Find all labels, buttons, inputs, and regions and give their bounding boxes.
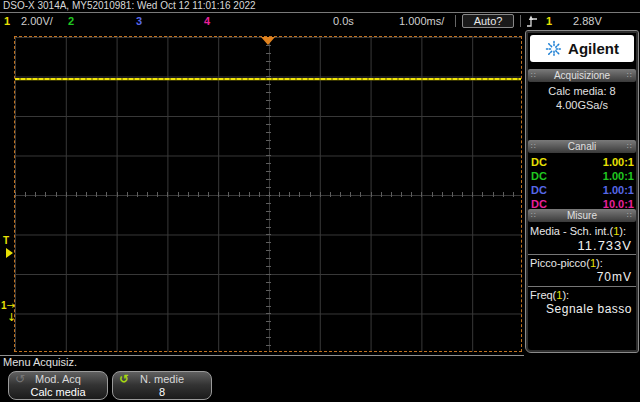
sidebar: Agilent ∷ Acquisizione ∷ Calc media: 8 4… xyxy=(525,30,639,353)
waveform-display: T 1→ ↓ xyxy=(0,29,524,356)
channel4-number[interactable]: 4 xyxy=(204,14,210,29)
separator xyxy=(455,15,456,27)
acquisition-title: Acquisizione xyxy=(554,69,610,82)
measure-mean-value: 11.733V xyxy=(578,238,632,253)
channels-title: Canali xyxy=(568,140,596,153)
channel2-row[interactable]: DC 1.00:1 xyxy=(531,170,634,183)
trigger-source: 1 xyxy=(546,14,552,29)
trigger-level-label: T xyxy=(3,235,9,246)
measure-freq-label: Freq(1): xyxy=(530,289,636,301)
model-serial-datetime: DSO-X 3014A, MY52010981: Wed Oct 12 11:0… xyxy=(3,0,256,11)
trigger-position-marker-icon[interactable] xyxy=(261,37,275,45)
drag-handle-icon: ∷ xyxy=(531,69,537,82)
horizontal-axis-ticks xyxy=(15,192,521,197)
drag-handle-icon: ∷ xyxy=(531,140,537,153)
acquisition-section-header[interactable]: ∷ Acquisizione ∷ xyxy=(528,69,636,82)
trigger-level-readout: 2.88V xyxy=(573,14,602,29)
channel3-row[interactable]: DC 1.00:1 xyxy=(531,184,634,197)
channel1-scale[interactable]: 2.00V/ xyxy=(21,14,53,29)
channels-section-header[interactable]: ∷ Canali ∷ xyxy=(528,140,636,153)
drag-handle-icon: ∷ xyxy=(627,140,633,153)
divider xyxy=(528,286,636,287)
measure-peakpeak-value: 70mV xyxy=(597,270,632,284)
softkey-num-averages[interactable]: ↺ N. medie 8 xyxy=(112,371,212,400)
channel2-number[interactable]: 2 xyxy=(68,14,74,29)
measures-title: Misure xyxy=(567,209,597,222)
softkey-value: 8 xyxy=(113,386,211,399)
right-arrow-icon: → xyxy=(7,300,15,311)
channel1-ground-marker[interactable]: 1→ xyxy=(1,301,15,311)
acquisition-mode-readout: Calc media: 8 xyxy=(526,85,638,97)
brand-logo: Agilent xyxy=(530,35,634,62)
trigger-mode-badge: Auto? xyxy=(462,14,514,28)
sample-rate-readout: 4.00GSa/s xyxy=(526,99,638,111)
softkey-value: Calc media xyxy=(9,386,107,399)
channel1-row[interactable]: DC 1.00:1 xyxy=(531,156,634,169)
drag-handle-icon: ∷ xyxy=(627,69,633,82)
delay-readout: 0.0s xyxy=(333,14,354,29)
title-bar: DSO-X 3014A, MY52010981: Wed Oct 12 11:0… xyxy=(0,0,640,13)
drag-handle-icon: ∷ xyxy=(531,209,537,222)
offscreen-down-arrow-icon: ↓ xyxy=(7,311,16,324)
measure-peakpeak-label: Picco-picco(1): xyxy=(530,257,636,269)
oscilloscope-screen: DSO-X 3014A, MY52010981: Wed Oct 12 11:0… xyxy=(0,0,640,402)
cycle-arrow-icon: ↺ xyxy=(15,372,25,386)
measure-mean-label: Media - Sch. int.(1): xyxy=(530,225,636,237)
channel1-number[interactable]: 1 xyxy=(4,14,10,29)
measure-freq-value: Segnale basso xyxy=(546,302,632,316)
measures-section-header[interactable]: ∷ Misure ∷ xyxy=(528,209,636,222)
softkey-acq-mode[interactable]: ↺ Mod. Acq Calc media xyxy=(8,371,108,400)
divider xyxy=(528,254,636,255)
agilent-starburst-icon xyxy=(545,40,563,58)
channel3-number[interactable]: 3 xyxy=(136,14,142,29)
channel1-trace xyxy=(15,78,521,80)
separator xyxy=(520,15,521,27)
status-bar: 1 2.00V/ 2 3 4 0.0s 1.000ms/ Auto? 1 2.8… xyxy=(0,14,640,29)
trigger-level-arrow-icon[interactable] xyxy=(6,248,13,258)
timebase-readout: 1.000ms/ xyxy=(399,14,444,29)
brand-name: Agilent xyxy=(568,40,619,57)
drag-handle-icon: ∷ xyxy=(627,209,633,222)
menu-title: Menu Acquisiz. xyxy=(3,356,77,368)
cycle-arrow-icon: ↺ xyxy=(119,372,129,386)
